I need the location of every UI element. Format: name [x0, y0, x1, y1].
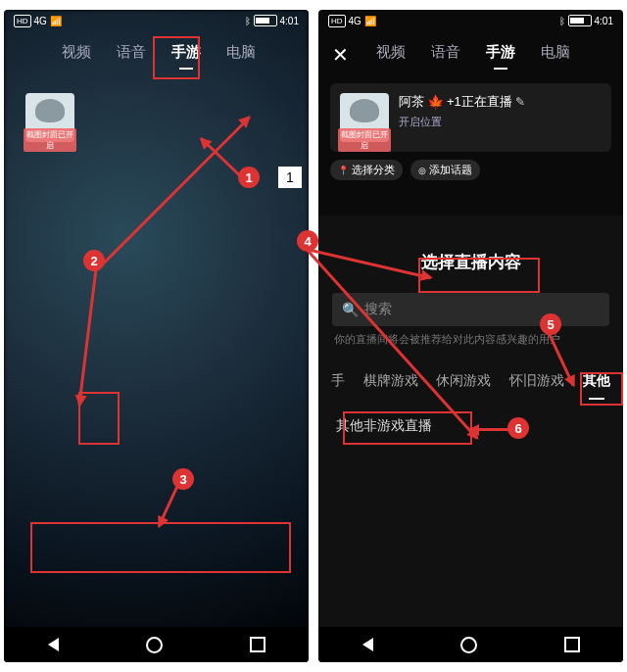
hl-6 — [343, 411, 472, 445]
stream-card: 截图封面已开启 阿茶🍁+1正在直播✎ 开启位置 — [330, 83, 611, 152]
cat-casual[interactable]: 休闲游戏 — [434, 368, 493, 394]
nav-recent-icon[interactable] — [250, 637, 265, 652]
close-icon[interactable]: ✕ — [332, 43, 349, 67]
android-nav — [318, 627, 623, 662]
tab-pc[interactable]: 电脑 — [224, 41, 258, 68]
status-bar-r: HD4G📶 ᛒ4:01 — [318, 10, 623, 31]
status-bar: HD4G📶 ᛒ4:01 — [4, 10, 309, 31]
clock: 4:01 — [280, 16, 299, 26]
cat-board[interactable]: 棋牌游戏 — [362, 368, 420, 394]
cover-thumb[interactable]: 截图封面已开启 — [340, 93, 389, 142]
maple-icon: 🍁 — [427, 94, 444, 110]
badge-5: 5 — [540, 313, 561, 335]
tab-video[interactable]: 视频 — [60, 41, 93, 68]
search-hint: 你的直播间将会被推荐给对此内容感兴趣的用户 — [318, 332, 623, 347]
badge-1: 1 — [238, 167, 260, 188]
badge-4: 4 — [297, 230, 318, 252]
one-label: 1 — [278, 167, 302, 188]
phone-right: HD4G📶 ᛒ4:01 ✕ 视频 语音 手游 电脑 截图封面已开启 阿茶🍁+1正… — [318, 10, 623, 662]
pencil-icon[interactable]: ✎ — [515, 95, 525, 109]
cover-thumb[interactable]: 截图封面已开启 — [25, 93, 74, 142]
hl-5 — [580, 372, 623, 406]
badge-2: 2 — [83, 250, 105, 271]
tab-pc[interactable]: 电脑 — [539, 41, 572, 68]
tab-voice[interactable]: 语音 — [429, 41, 462, 68]
badge-3: 3 — [172, 468, 194, 490]
nav-back-icon[interactable] — [48, 638, 59, 651]
hl-4 — [418, 258, 540, 293]
tab-video[interactable]: 视频 — [374, 41, 408, 68]
chip-topic[interactable]: ◎添加话题 — [410, 160, 480, 180]
badge-6: 6 — [507, 417, 529, 439]
cat-hand[interactable]: 手 — [329, 368, 347, 394]
signal-icon: 📶 — [50, 16, 62, 26]
tab-game[interactable]: 手游 — [484, 41, 517, 68]
hd-icon: HD — [14, 15, 31, 27]
nav-home-icon[interactable] — [460, 637, 477, 653]
cover-tag: 截图封面已开启 — [24, 128, 76, 152]
nav-recent-icon[interactable] — [564, 637, 580, 652]
tab-voice[interactable]: 语音 — [115, 41, 148, 68]
battery-icon — [254, 15, 277, 26]
nav-home-icon[interactable] — [146, 637, 163, 653]
nav-back-icon[interactable] — [362, 638, 373, 651]
bt-icon: ᛒ — [245, 16, 251, 26]
chip-category[interactable]: 📍选择分类 — [330, 160, 403, 180]
cat-retro[interactable]: 怀旧游戏 — [507, 368, 566, 394]
hl-1 — [153, 36, 200, 79]
network-icon: 4G — [34, 16, 47, 26]
android-nav — [4, 627, 309, 662]
